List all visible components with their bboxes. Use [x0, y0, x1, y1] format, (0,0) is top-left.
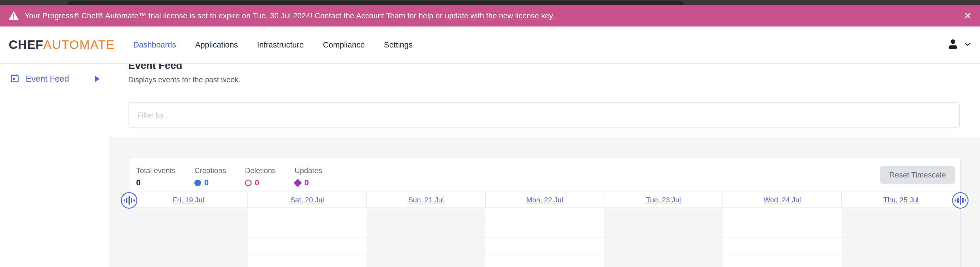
- stat-total-events: Total events 0: [136, 166, 175, 192]
- day-link[interactable]: Thu, 25 Jul: [883, 196, 919, 204]
- chevron-right-icon: [95, 76, 100, 82]
- nav-dashboards[interactable]: Dashboards: [133, 40, 176, 49]
- page-title: Event Feed: [128, 63, 980, 71]
- grid-row-divider: [129, 237, 960, 238]
- day-header: Sun, 21 Jul: [366, 192, 485, 207]
- grid-row-divider: [129, 254, 960, 254]
- timeline-grid: [129, 208, 960, 267]
- chevron-down-icon: [963, 39, 972, 50]
- stat-deletions: Deletions 0: [245, 166, 276, 192]
- grid-row-divider: [129, 221, 960, 221]
- app-header: CHEFAUTOMATE Dashboards Applications Inf…: [0, 27, 980, 63]
- stat-label: Creations: [194, 166, 226, 175]
- sidebar-item-label: Event Feed: [26, 74, 69, 84]
- day-link[interactable]: Wed, 24 Jul: [764, 196, 801, 204]
- user-menu-button[interactable]: [947, 38, 974, 52]
- day-header: Mon, 22 Jul: [485, 192, 604, 207]
- update-license-link[interactable]: update with the new license key.: [445, 11, 555, 20]
- filter-input[interactable]: [129, 103, 960, 128]
- stat-value: 0: [136, 178, 140, 187]
- browser-tab[interactable]: [68, 1, 684, 5]
- warning-icon: [8, 11, 19, 21]
- logo-chef-text: CHEF: [9, 38, 43, 52]
- nav-settings[interactable]: Settings: [384, 40, 413, 49]
- page-subtitle: Displays events for the past week.: [128, 76, 980, 84]
- nav-infrastructure[interactable]: Infrastructure: [257, 40, 304, 49]
- main-content: Event Feed Displays events for the past …: [110, 63, 980, 267]
- license-warning-text: Your Progress® Chef® Automate™ trial lic…: [25, 11, 442, 20]
- license-warning-banner: Your Progress® Chef® Automate™ trial lic…: [0, 5, 980, 27]
- stat-label: Updates: [294, 166, 322, 175]
- sidebar: Event Feed: [0, 63, 110, 267]
- app-body: Event Feed Event Feed Displays events fo…: [0, 63, 980, 267]
- day-header: Wed, 24 Jul: [722, 192, 841, 207]
- reset-timescale-button[interactable]: Reset Timescale: [880, 166, 955, 184]
- logo-automate-text: AUTOMATE: [43, 38, 115, 52]
- close-icon[interactable]: ✕: [964, 11, 972, 21]
- stat-label: Total events: [136, 166, 175, 175]
- day-header: Sat, 20 Jul: [247, 192, 366, 207]
- stat-value: 0: [255, 178, 259, 187]
- deletions-marker-icon: [245, 180, 251, 186]
- day-link[interactable]: Tue, 23 Jul: [646, 196, 681, 204]
- timescale-handle-left[interactable]: [121, 192, 137, 209]
- event-feed-section: Total events 0 Creations 0 Deletions 0 U…: [110, 137, 980, 267]
- day-header: Thu, 25 Jul: [842, 192, 960, 207]
- timeline-day-header-row: Fri, 19 Jul Sat, 20 Jul Sun, 21 Jul Mon,…: [129, 192, 960, 208]
- nav-compliance[interactable]: Compliance: [323, 40, 365, 49]
- day-link[interactable]: Sun, 21 Jul: [408, 196, 444, 204]
- stat-updates: Updates 0: [294, 166, 322, 192]
- day-link[interactable]: Sat, 20 Jul: [290, 196, 324, 204]
- stat-value: 0: [304, 178, 309, 187]
- creations-marker-icon: [194, 180, 201, 186]
- timescale-handle-right[interactable]: [952, 192, 969, 209]
- nav-applications[interactable]: Applications: [195, 40, 238, 49]
- event-timeline-panel: Total events 0 Creations 0 Deletions 0 U…: [129, 157, 961, 267]
- stat-label: Deletions: [245, 166, 276, 175]
- stat-creations: Creations 0: [194, 166, 226, 192]
- main-nav: Dashboards Applications Infrastructure C…: [133, 40, 413, 49]
- sidebar-item-event-feed[interactable]: Event Feed: [0, 70, 109, 88]
- browser-chrome-bar: [0, 0, 980, 5]
- calendar-icon: [10, 73, 20, 84]
- day-header: Fri, 19 Jul: [129, 192, 247, 207]
- event-stats-row: Total events 0 Creations 0 Deletions 0 U…: [129, 158, 960, 192]
- user-icon: [947, 38, 959, 52]
- day-link[interactable]: Mon, 22 Jul: [527, 196, 563, 204]
- day-header: Tue, 23 Jul: [604, 192, 722, 207]
- stat-value: 0: [204, 178, 208, 187]
- updates-marker-icon: [294, 179, 302, 187]
- chef-automate-logo[interactable]: CHEFAUTOMATE: [9, 38, 115, 52]
- day-link[interactable]: Fri, 19 Jul: [173, 196, 204, 204]
